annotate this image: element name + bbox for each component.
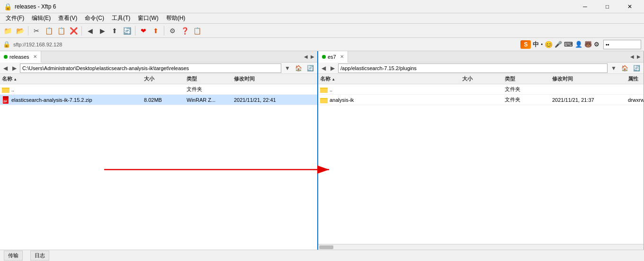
title-text: releases - Xftp 6: [15, 3, 56, 10]
left-col-size[interactable]: 大小: [142, 75, 185, 82]
right-refresh-btn[interactable]: 🔄: [632, 65, 642, 72]
transfer-tab[interactable]: 传输: [4, 251, 23, 261]
left-tab-close[interactable]: ✕: [33, 54, 37, 59]
left-forward-btn[interactable]: ▶: [11, 65, 18, 72]
right-back-btn[interactable]: ◀: [320, 65, 327, 72]
toolbar-copy[interactable]: 📋: [43, 25, 54, 36]
menu-file[interactable]: 文件(F): [2, 13, 28, 23]
left-pane: releases ✕ ◀ ▶ ◀ ▶ ▼ 🏠 🔄 名称 大小: [0, 51, 318, 250]
left-back-btn[interactable]: ◀: [2, 65, 9, 72]
toolbar-help[interactable]: ❓: [179, 25, 190, 36]
menu-window[interactable]: 窗口(W): [134, 13, 162, 23]
toolbar-forward[interactable]: ▶: [97, 25, 108, 36]
toolbar-favorite[interactable]: ❤: [138, 25, 149, 36]
folder-icon: [2, 86, 9, 93]
menu-command[interactable]: 命令(C): [81, 13, 108, 23]
minimize-button[interactable]: ─: [574, 0, 596, 13]
left-refresh-btn[interactable]: 🔄: [305, 65, 315, 72]
toolbar-upload[interactable]: ⬆: [150, 25, 161, 36]
address-bar: 🔒 sftp://192.168.92.128 S 中 • 😊 🎤 ⌨ 👤 🐻 …: [0, 38, 644, 51]
right-tab-nav: ◀ ▶: [629, 53, 644, 60]
right-tab-es7[interactable]: es7 ✕: [318, 51, 348, 63]
scrollbar-thumb[interactable]: [319, 245, 333, 249]
left-path-input[interactable]: [20, 63, 281, 73]
right-file-list: .. 文件夹 analysi: [318, 84, 644, 244]
toolbar-back[interactable]: ◀: [84, 25, 96, 36]
right-tab-next[interactable]: ▶: [636, 53, 642, 60]
left-tab-nav: ◀ ▶: [303, 53, 317, 60]
left-col-name[interactable]: 名称: [0, 75, 142, 82]
toolbar-open[interactable]: 📂: [14, 25, 26, 36]
table-row[interactable]: ZIP elasticsearch-analysis-ik-7.15.2.zip…: [0, 95, 317, 105]
folder-icon: [320, 96, 328, 104]
right-home-btn[interactable]: 🏠: [620, 65, 630, 72]
maximize-button[interactable]: □: [597, 0, 618, 13]
toolbar: 📁 📂 ✂ 📋 📋 ❌ ◀ ▶ ⬆ 🔄 ❤ ⬆ ⚙ ❓ 📋: [0, 24, 644, 38]
left-col-date[interactable]: 修改时间: [232, 75, 308, 82]
toolbar-delete[interactable]: ❌: [68, 25, 79, 36]
right-list-header: 名称 大小 类型 修改时间 属性 所有者: [318, 74, 644, 84]
toolbar-new-folder[interactable]: 📁: [2, 25, 13, 36]
toolbar-settings[interactable]: ⚙: [167, 25, 178, 36]
left-list-header: 名称 大小 类型 修改时间: [0, 74, 317, 84]
svg-rect-4: [2, 89, 9, 93]
right-pane: es7 ✕ ◀ ▶ ◀ ▶ ▼ 🏠 🔄 名称 大小: [318, 51, 644, 250]
zip-icon: ZIP: [2, 96, 9, 104]
sogou-chinese: 中: [533, 40, 539, 49]
sogou-bar: S 中 • 😊 🎤 ⌨ 👤 🐻 ⚙: [520, 40, 599, 49]
password-input[interactable]: [603, 40, 641, 49]
tab-dot-left: [4, 55, 8, 59]
right-tabs: es7 ✕ ◀ ▶: [318, 51, 644, 63]
menu-tools[interactable]: 工具(T): [108, 13, 134, 23]
right-col-name[interactable]: 名称: [318, 75, 460, 82]
toolbar-paste[interactable]: 📋: [55, 25, 67, 36]
sftp-address: sftp://192.168.92.128: [13, 42, 62, 47]
left-tab-prev[interactable]: ◀: [303, 53, 309, 60]
sogou-logo: S: [520, 40, 531, 49]
menu-help[interactable]: 帮助(H): [162, 13, 189, 23]
right-col-attr[interactable]: 属性: [626, 75, 644, 82]
right-scrollbar-h[interactable]: [318, 244, 644, 250]
lock-icon: 🔒: [3, 41, 10, 48]
svg-rect-10: [320, 89, 328, 93]
right-forward-btn[interactable]: ▶: [329, 65, 336, 72]
menu-bar: 文件(F) 编辑(E) 查看(V) 命令(C) 工具(T) 窗口(W) 帮助(H…: [0, 13, 644, 24]
tab-dot-right: [322, 55, 326, 59]
left-tab-label: releases: [9, 54, 29, 60]
sogou-keyboard: ⌨: [564, 41, 573, 48]
menu-view[interactable]: 查看(V): [54, 13, 81, 23]
svg-rect-6: [3, 96, 9, 99]
right-dropdown-btn[interactable]: ▼: [609, 65, 618, 72]
menu-edit[interactable]: 编辑(E): [28, 13, 54, 23]
right-tab-close[interactable]: ✕: [340, 54, 344, 59]
right-tab-label: es7: [328, 54, 336, 60]
right-path-bar: ◀ ▶ ▼ 🏠 🔄: [318, 63, 644, 74]
right-path-input[interactable]: [338, 63, 608, 73]
toolbar-cut[interactable]: ✂: [31, 25, 42, 36]
left-tab-releases[interactable]: releases ✕: [0, 51, 41, 63]
sogou-bear: 🐻: [584, 41, 592, 48]
left-col-type[interactable]: 类型: [185, 75, 232, 82]
left-home-btn[interactable]: 🏠: [294, 65, 304, 72]
folder-icon: [320, 86, 328, 93]
table-row[interactable]: .. 文件夹: [0, 84, 317, 95]
sogou-user: 👤: [575, 41, 582, 48]
table-row[interactable]: .. 文件夹: [318, 84, 644, 95]
right-col-size[interactable]: 大小: [460, 75, 503, 82]
right-tab-prev[interactable]: ◀: [629, 53, 635, 60]
right-col-date[interactable]: 修改时间: [550, 75, 626, 82]
left-dropdown-btn[interactable]: ▼: [283, 65, 292, 72]
table-row[interactable]: analysis-ik 文件夹 2021/11/21, 21:37 drwxrw…: [318, 95, 644, 105]
svg-rect-13: [320, 99, 328, 103]
left-tab-next[interactable]: ▶: [310, 53, 315, 60]
toolbar-up[interactable]: ⬆: [109, 25, 120, 36]
svg-text:ZIP: ZIP: [3, 100, 7, 103]
toolbar-refresh[interactable]: 🔄: [121, 25, 133, 36]
right-col-type[interactable]: 类型: [503, 75, 550, 82]
close-button[interactable]: ✕: [619, 0, 640, 13]
log-tab[interactable]: 日志: [30, 251, 49, 261]
toolbar-note[interactable]: 📋: [191, 25, 203, 36]
sogou-mic: 🎤: [555, 41, 562, 48]
left-tabs: releases ✕ ◀ ▶: [0, 51, 317, 63]
status-bar: 传输 日志: [0, 250, 644, 261]
